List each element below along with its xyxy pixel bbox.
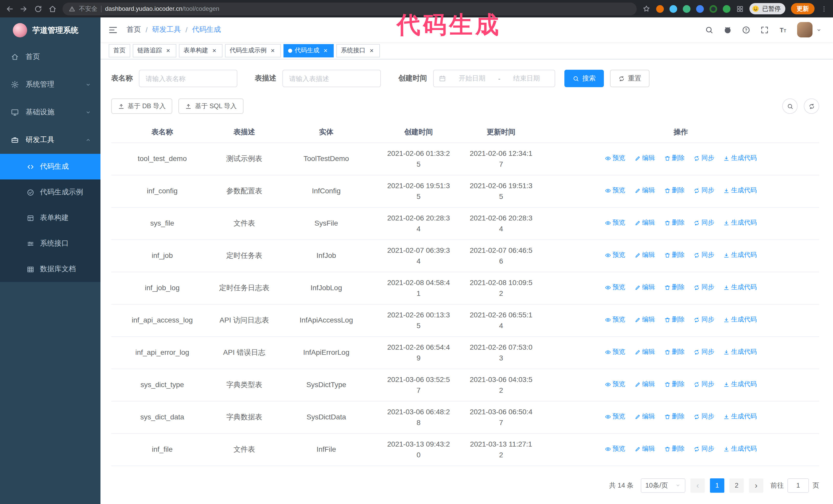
- refresh-table-button[interactable]: [804, 98, 819, 114]
- edit-link[interactable]: 编辑: [634, 315, 655, 325]
- tab-system-api[interactable]: 系统接口: [336, 44, 380, 57]
- tab-trace[interactable]: 链路追踪: [133, 44, 176, 57]
- logo[interactable]: 芋道管理系统: [0, 18, 100, 43]
- generate-code-link[interactable]: 生成代码: [723, 282, 757, 293]
- github-icon[interactable]: [723, 25, 732, 34]
- sync-link[interactable]: 同步: [694, 444, 714, 455]
- forward-icon[interactable]: [20, 4, 28, 13]
- edit-link[interactable]: 编辑: [634, 218, 655, 229]
- tab-form-builder[interactable]: 表单构建: [179, 44, 222, 57]
- close-icon[interactable]: [322, 47, 329, 54]
- preview-link[interactable]: 预览: [604, 218, 625, 229]
- sync-link[interactable]: 同步: [694, 218, 714, 229]
- extension-icon[interactable]: [710, 5, 717, 13]
- delete-link[interactable]: 删除: [664, 379, 685, 390]
- sidebar-item-codegen[interactable]: 代码生成: [0, 154, 100, 179]
- delete-link[interactable]: 删除: [664, 315, 685, 325]
- preview-link[interactable]: 预览: [604, 185, 625, 196]
- preview-link[interactable]: 预览: [604, 347, 625, 358]
- fullscreen-icon[interactable]: [760, 25, 769, 34]
- bookmark-star-icon[interactable]: [642, 5, 650, 13]
- hamburger-icon[interactable]: [108, 25, 118, 34]
- toggle-search-button[interactable]: [782, 98, 798, 114]
- edit-link[interactable]: 编辑: [634, 379, 655, 390]
- sync-link[interactable]: 同步: [694, 185, 714, 196]
- end-date-placeholder[interactable]: 结束日期: [503, 74, 549, 83]
- generate-code-link[interactable]: 生成代码: [723, 379, 757, 390]
- edit-link[interactable]: 编辑: [634, 282, 655, 293]
- close-icon[interactable]: [368, 47, 375, 54]
- close-icon[interactable]: [211, 47, 218, 54]
- preview-link[interactable]: 预览: [604, 379, 625, 390]
- page-size-select[interactable]: 10条/页: [641, 478, 685, 493]
- tab-home[interactable]: 首页: [109, 44, 130, 57]
- reset-button[interactable]: 重置: [610, 70, 649, 87]
- preview-link[interactable]: 预览: [604, 315, 625, 325]
- sync-link[interactable]: 同步: [694, 411, 714, 422]
- close-icon[interactable]: [269, 47, 276, 54]
- user-avatar-menu[interactable]: [797, 22, 822, 38]
- edit-link[interactable]: 编辑: [634, 153, 655, 164]
- delete-link[interactable]: 删除: [664, 218, 685, 229]
- goto-page-input[interactable]: [787, 478, 809, 493]
- page-button-2[interactable]: 2: [730, 478, 744, 493]
- delete-link[interactable]: 删除: [664, 347, 685, 358]
- sync-link[interactable]: 同步: [694, 347, 714, 358]
- tab-codegen-example[interactable]: 代码生成示例: [225, 44, 281, 57]
- breadcrumb-item[interactable]: 研发工具: [152, 25, 181, 34]
- address-bar[interactable]: 不安全 dashboard.yudao.iocoder.cn/tool/code…: [63, 2, 637, 15]
- extension-icon[interactable]: [723, 5, 731, 13]
- extension-icon[interactable]: [669, 5, 677, 13]
- sidebar-item-devtools[interactable]: 研发工具: [0, 126, 100, 154]
- home-nav-icon[interactable]: [48, 4, 57, 13]
- sync-link[interactable]: 同步: [694, 315, 714, 325]
- generate-code-link[interactable]: 生成代码: [723, 153, 757, 164]
- date-range-picker[interactable]: 开始日期 - 结束日期: [433, 70, 555, 87]
- breadcrumb-item[interactable]: 首页: [127, 25, 141, 34]
- search-button[interactable]: 搜索: [564, 70, 604, 87]
- sidebar-item-db-doc[interactable]: 数据库文档: [0, 256, 100, 282]
- sidebar-item-system-api[interactable]: 系统接口: [0, 231, 100, 256]
- preview-link[interactable]: 预览: [604, 444, 625, 455]
- search-icon[interactable]: [705, 25, 714, 34]
- sync-link[interactable]: 同步: [694, 282, 714, 293]
- page-button-1[interactable]: 1: [710, 478, 724, 493]
- delete-link[interactable]: 删除: [664, 411, 685, 422]
- sidebar-item-codegen-example[interactable]: 代码生成示例: [0, 179, 100, 205]
- edit-link[interactable]: 编辑: [634, 411, 655, 422]
- sync-link[interactable]: 同步: [694, 153, 714, 164]
- browser-update-button[interactable]: 更新: [791, 3, 814, 14]
- edit-link[interactable]: 编辑: [634, 347, 655, 358]
- generate-code-link[interactable]: 生成代码: [723, 185, 757, 196]
- generate-code-link[interactable]: 生成代码: [723, 444, 757, 455]
- edit-link[interactable]: 编辑: [634, 250, 655, 261]
- sidebar-item-form-builder[interactable]: 表单构建: [0, 205, 100, 231]
- preview-link[interactable]: 预览: [604, 282, 625, 293]
- edit-link[interactable]: 编辑: [634, 185, 655, 196]
- generate-code-link[interactable]: 生成代码: [723, 250, 757, 261]
- close-icon[interactable]: [165, 47, 172, 54]
- help-icon[interactable]: [742, 25, 751, 34]
- paused-badge[interactable]: 已暂停: [749, 3, 785, 14]
- back-icon[interactable]: [5, 4, 14, 13]
- sync-link[interactable]: 同步: [694, 250, 714, 261]
- breadcrumb-item[interactable]: 代码生成: [192, 25, 221, 34]
- extension-icon[interactable]: [696, 5, 704, 13]
- import-db-button[interactable]: 基于 DB 导入: [111, 98, 172, 114]
- start-date-placeholder[interactable]: 开始日期: [449, 74, 495, 83]
- tab-codegen[interactable]: 代码生成: [284, 44, 334, 57]
- reload-icon[interactable]: [34, 4, 43, 13]
- insecure-warning-icon[interactable]: [69, 5, 75, 12]
- next-page-button[interactable]: [749, 478, 763, 493]
- browser-menu-icon[interactable]: [820, 5, 828, 13]
- preview-link[interactable]: 预览: [604, 153, 625, 164]
- table-desc-input[interactable]: [282, 70, 381, 87]
- prev-page-button[interactable]: [690, 478, 705, 493]
- generate-code-link[interactable]: 生成代码: [723, 347, 757, 358]
- vue-devtools-icon[interactable]: [683, 5, 690, 13]
- font-size-icon[interactable]: [779, 25, 787, 34]
- sidebar-item-infrastructure[interactable]: 基础设施: [0, 98, 100, 126]
- sidebar-item-home[interactable]: 首页: [0, 43, 100, 71]
- sync-link[interactable]: 同步: [694, 379, 714, 390]
- preview-link[interactable]: 预览: [604, 250, 625, 261]
